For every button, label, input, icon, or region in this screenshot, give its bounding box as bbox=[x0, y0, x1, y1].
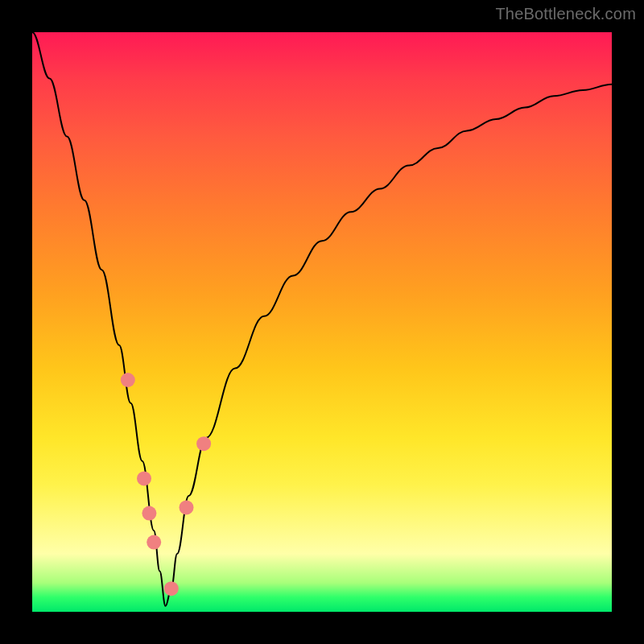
bead-point bbox=[142, 506, 156, 521]
watermark-text: TheBottleneck.com bbox=[495, 5, 636, 23]
bead-point bbox=[121, 373, 135, 387]
bead-point bbox=[147, 535, 161, 550]
chart-svg bbox=[32, 32, 612, 612]
chart-stage: TheBottleneck.com bbox=[0, 0, 644, 644]
bead-point bbox=[180, 500, 194, 514]
bead-markers bbox=[121, 373, 211, 606]
plot-area bbox=[32, 32, 612, 612]
bead-point bbox=[137, 471, 151, 485]
bead-point bbox=[196, 436, 211, 451]
bead-point bbox=[164, 581, 179, 596]
bottleneck-curve bbox=[32, 32, 612, 606]
